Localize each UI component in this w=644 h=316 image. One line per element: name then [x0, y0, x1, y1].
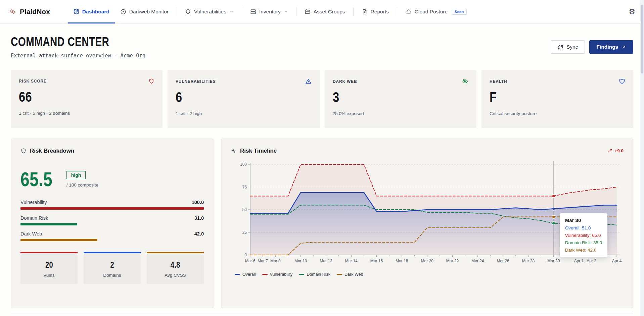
svg-text:Mar 26: Mar 26 — [497, 259, 509, 263]
svg-text:Mar 30: Mar 30 — [547, 259, 560, 263]
risk-bar-fill — [20, 207, 204, 210]
nav-item-asset-groups[interactable]: Asset Groups — [299, 0, 351, 23]
stat-card-value: F — [490, 89, 497, 105]
shield-icon — [20, 148, 27, 154]
heart-icon — [619, 78, 625, 85]
nav-item-label: Reports — [371, 9, 389, 15]
svg-text:Mar 6: Mar 6 — [245, 259, 256, 263]
stat-card-label: RISK SCORE — [19, 78, 47, 84]
nav-item-dashboard[interactable]: Dashboard — [68, 0, 115, 23]
svg-text:Apr 4: Apr 4 — [612, 259, 622, 263]
nav-item-reports[interactable]: Reports — [356, 0, 394, 23]
stat-card-health[interactable]: HEALTH F Critical security posture — [481, 70, 633, 128]
page-title: COMMAND CENTER — [11, 36, 109, 49]
svg-text:Mar 14: Mar 14 — [345, 259, 358, 263]
legend-swatch — [235, 274, 240, 275]
svg-text:Mar 28: Mar 28 — [522, 259, 535, 263]
stat-card-subtext: 25.0% exposed — [333, 111, 468, 116]
tooltip-date: Mar 30 — [565, 217, 602, 223]
mini-stat-value: 2 — [110, 260, 114, 270]
stat-card-subtext: 1 crit · 2 high — [176, 111, 311, 116]
sync-button-label: Sync — [566, 44, 578, 50]
legend-label: Vulnerability — [270, 272, 293, 277]
mini-stat-value: 20 — [45, 260, 53, 270]
risk-bar-value: 100.0 — [192, 200, 204, 205]
severity-badge: high — [66, 171, 86, 179]
risk-timeline-chart[interactable]: 0255075100Mar 6Mar 7Mar 8Mar 10Mar 12Mar… — [231, 157, 624, 267]
legend-label: Dark Web — [344, 272, 363, 277]
svg-text:Mar 10: Mar 10 — [294, 259, 307, 263]
eye-icon — [120, 9, 126, 15]
stat-cards: RISK SCORE 66 1 crit · 5 high · 2 domain… — [11, 70, 633, 128]
nav-divider — [353, 7, 354, 16]
trending-up-icon — [607, 148, 612, 154]
nav-item-darkweb-monitor[interactable]: Darkweb Monitor — [115, 0, 174, 23]
risk-bar-domain-risk: Domain Risk 31.0 — [20, 215, 204, 225]
shield-icon — [185, 9, 191, 15]
legend-item-dark-web[interactable]: Dark Web — [337, 272, 363, 277]
risk-bar-vulnerability: Vulnerability 100.0 — [20, 200, 204, 210]
svg-text:Mar 16: Mar 16 — [370, 259, 383, 263]
risk-breakdown-panel: Risk Breakdown 65.5 high / 100 composite… — [11, 139, 214, 308]
legend-item-domain-risk[interactable]: Domain Risk — [299, 272, 330, 277]
findings-button-label: Findings — [596, 44, 618, 50]
nav-item-label: Inventory — [259, 9, 281, 15]
trend-delta-value: +9.0 — [614, 148, 624, 153]
svg-text:25: 25 — [242, 230, 247, 234]
legend-item-overall[interactable]: Overall — [235, 272, 256, 277]
svg-text:75: 75 — [242, 185, 247, 189]
section-divider — [11, 314, 633, 314]
tooltip-row-vulnerability: Vulnerability: 65.0 — [565, 233, 602, 238]
logo-icon — [9, 8, 16, 15]
risk-bar-label: Dark Web — [20, 231, 42, 236]
risk-bar-fill — [20, 239, 97, 241]
stat-card-risk-score[interactable]: RISK SCORE 66 1 crit · 5 high · 2 domain… — [11, 70, 163, 128]
stat-card-dark-web[interactable]: DARK WEB 3 25.0% exposed — [325, 70, 476, 128]
eye-off-icon — [462, 78, 468, 85]
svg-text:Mar 12: Mar 12 — [320, 259, 332, 263]
legend-label: Overall — [242, 272, 256, 277]
svg-text:Mar 8: Mar 8 — [270, 259, 281, 263]
refresh-icon — [558, 44, 563, 50]
tooltip-row-domain-risk: Domain Risk: 35.0 — [565, 240, 602, 245]
tooltip-row-overall: Overall: 51.0 — [565, 225, 602, 230]
scrollbar-thumb[interactable] — [641, 5, 643, 73]
mini-stat-vulns: 20 Vulns — [20, 252, 78, 284]
tooltip-row-dark-web: Dark Web: 42.0 — [565, 248, 602, 253]
stat-card-value: 66 — [19, 89, 32, 105]
svg-text:100: 100 — [240, 162, 247, 167]
scrollbar-track[interactable] — [640, 0, 644, 316]
stat-card-subtext: Critical security posture — [490, 111, 625, 116]
svg-text:50: 50 — [242, 207, 247, 212]
sync-button[interactable]: Sync — [551, 40, 585, 54]
legend-item-vulnerability[interactable]: Vulnerability — [262, 272, 293, 277]
chevron-down-icon — [284, 9, 288, 14]
nav-divider — [296, 7, 296, 16]
svg-text:Mar 24: Mar 24 — [471, 259, 484, 263]
risk-bar-value: 31.0 — [194, 215, 204, 221]
risk-timeline-title: Risk Timeline — [240, 148, 277, 154]
alert-triangle-icon — [305, 78, 312, 85]
stat-card-value: 3 — [333, 89, 339, 105]
nav-item-label: Vulnerabilities — [194, 9, 226, 15]
risk-timeline-panel: Risk Timeline +9.0 0255075100Mar 6Mar 7M… — [221, 139, 633, 308]
main-nav: DashboardDarkweb MonitorVulnerabilitiesI… — [68, 0, 472, 23]
stat-card-label: VULNERABILITIES — [176, 79, 216, 84]
risk-bar-fill — [20, 223, 77, 225]
nav-item-label: Dashboard — [82, 9, 109, 15]
svg-text:Mar 7: Mar 7 — [258, 259, 268, 263]
legend-swatch — [337, 274, 342, 275]
svg-text:0: 0 — [244, 253, 247, 257]
nav-item-vulnerabilities[interactable]: Vulnerabilities — [180, 0, 239, 23]
file-icon — [362, 9, 368, 15]
chart-tooltip: Mar 30 Overall: 51.0Vulnerability: 65.0D… — [560, 213, 607, 257]
cloud-icon — [405, 8, 412, 15]
findings-button[interactable]: Findings — [589, 40, 633, 54]
nav-divider — [397, 7, 397, 16]
nav-item-cloud-posture[interactable]: Cloud PostureSoon — [400, 0, 472, 23]
composite-caption: / 100 composite — [66, 182, 98, 188]
stat-card-vulnerabilities[interactable]: VULNERABILITIES 6 1 crit · 2 high — [168, 70, 319, 128]
gear-icon[interactable]: ⚙ — [629, 8, 635, 15]
nav-item-inventory[interactable]: Inventory — [245, 0, 293, 23]
stat-card-label: HEALTH — [490, 79, 507, 84]
